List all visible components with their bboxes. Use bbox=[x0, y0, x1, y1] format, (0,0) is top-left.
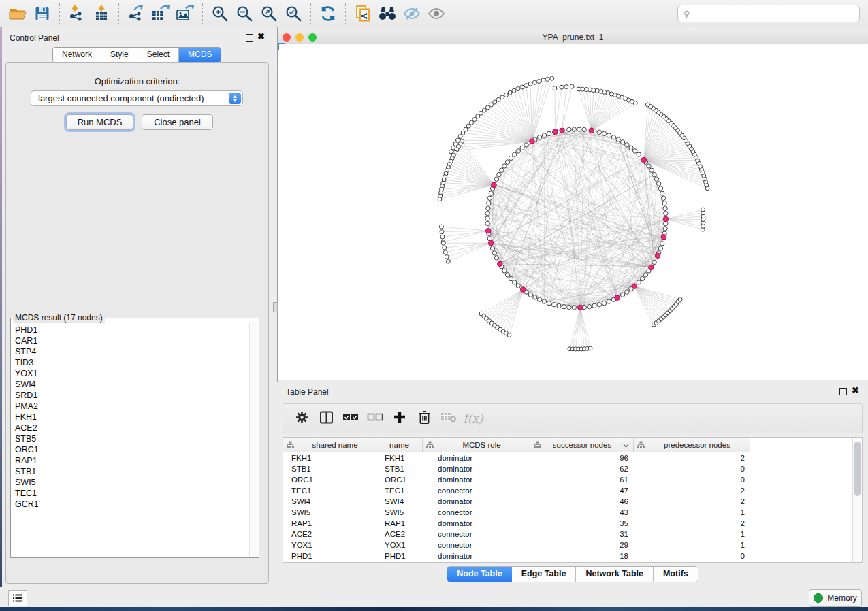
column-header-shared-name[interactable]: shared name bbox=[283, 438, 376, 452]
table-scrollbar-thumb[interactable] bbox=[854, 442, 861, 496]
show-all-button[interactable] bbox=[424, 3, 449, 24]
cell-predecessor-nodes: 1 bbox=[634, 508, 750, 516]
run-mcds-button[interactable]: Run MCDS bbox=[66, 114, 133, 130]
mcds-result-item[interactable]: SWI4 bbox=[12, 379, 249, 390]
find-icon bbox=[377, 5, 398, 22]
mcds-result-item[interactable]: PMA2 bbox=[12, 401, 249, 412]
network-canvas[interactable] bbox=[278, 44, 868, 380]
focus-corner-mark bbox=[278, 43, 285, 50]
tab-select[interactable]: Select bbox=[138, 48, 179, 62]
table-scrollbar[interactable] bbox=[852, 438, 862, 562]
mcds-result-item[interactable]: STP4 bbox=[12, 346, 249, 357]
cell-predecessor-nodes: 2 bbox=[634, 519, 750, 527]
column-header-successor-nodes[interactable]: successor nodes bbox=[530, 438, 634, 452]
export-image-button[interactable] bbox=[173, 3, 197, 24]
cell-successor-nodes: 31 bbox=[530, 530, 634, 538]
settings-button[interactable] bbox=[291, 408, 312, 429]
tab-motifs[interactable]: Motifs bbox=[654, 567, 698, 582]
tab-node-table[interactable]: Node Table bbox=[447, 567, 511, 582]
duplicate-network-button[interactable] bbox=[351, 3, 375, 24]
mcds-result-item[interactable]: PHD1 bbox=[12, 325, 249, 335]
refresh-button[interactable] bbox=[316, 3, 340, 24]
mcds-result-item[interactable]: YOX1 bbox=[12, 368, 249, 379]
export-network-icon bbox=[127, 5, 145, 22]
table-row[interactable]: STB1STB1dominator620 bbox=[283, 463, 862, 474]
select-all-columns-button[interactable] bbox=[340, 408, 361, 429]
optimization-criterion-select[interactable]: largest connected component (undirected) bbox=[31, 90, 243, 106]
open-button[interactable] bbox=[5, 3, 30, 24]
import-network-icon bbox=[68, 5, 86, 22]
import-table-button[interactable] bbox=[89, 3, 114, 24]
hide-selected-button[interactable] bbox=[400, 3, 424, 24]
search-icon: ⚲ bbox=[684, 10, 690, 18]
float-table-panel-icon[interactable] bbox=[839, 388, 847, 395]
zoom-in-button[interactable] bbox=[208, 3, 232, 24]
table-tabs-bar: Node TableEdge TableNetwork TableMotifs bbox=[277, 566, 868, 582]
unselect-all-columns-button[interactable] bbox=[365, 408, 385, 429]
mcds-result-item[interactable]: SRD1 bbox=[12, 390, 249, 401]
mcds-list-scrollbar[interactable] bbox=[249, 323, 258, 557]
search-input[interactable] bbox=[690, 8, 859, 19]
search-box[interactable]: ⚲ bbox=[677, 5, 860, 22]
splitter-collapse-handle[interactable] bbox=[273, 302, 278, 312]
network-window-titlebar[interactable]: YPA_prune.txt_1 bbox=[278, 31, 868, 44]
zoom-in-icon bbox=[211, 5, 229, 22]
mcds-result-item[interactable]: FKH1 bbox=[12, 412, 249, 423]
close-panel-button[interactable]: Close panel bbox=[142, 114, 213, 130]
table-row[interactable]: ACE2ACE2connector311 bbox=[283, 529, 862, 540]
close-table-panel-icon[interactable]: ✖ bbox=[852, 386, 859, 395]
zoom-fit-icon bbox=[260, 5, 278, 22]
table-row[interactable]: PHD1PHD1dominator180 bbox=[283, 550, 862, 561]
cell-MCDS-role: dominator bbox=[423, 519, 530, 527]
tab-network[interactable]: Network bbox=[53, 48, 101, 62]
mcds-result-item[interactable]: GCR1 bbox=[12, 499, 249, 510]
mcds-result-item[interactable]: SWI5 bbox=[12, 477, 249, 488]
tab-mcds[interactable]: MCDS bbox=[179, 48, 221, 62]
cell-predecessor-nodes: 2 bbox=[634, 454, 750, 462]
column-view-button[interactable] bbox=[316, 408, 336, 429]
table-row[interactable]: ORC1ORC1dominator610 bbox=[283, 474, 862, 485]
tab-style[interactable]: Style bbox=[101, 48, 138, 62]
cell-name: FKH1 bbox=[376, 454, 423, 462]
mcds-result-item[interactable]: TEC1 bbox=[12, 488, 249, 499]
find-button[interactable] bbox=[375, 3, 400, 24]
mcds-result-item[interactable]: CAR1 bbox=[12, 335, 249, 346]
mcds-result-item[interactable]: STB5 bbox=[12, 433, 249, 444]
cell-name: ACE2 bbox=[376, 530, 423, 538]
float-panel-icon[interactable] bbox=[246, 34, 253, 42]
cell-name: STB1 bbox=[376, 465, 423, 473]
zoom-selected-button[interactable] bbox=[281, 3, 306, 24]
table-row[interactable]: FKH1FKH1dominator962 bbox=[283, 452, 862, 463]
add-column-button[interactable] bbox=[389, 408, 410, 429]
column-header-name[interactable]: name bbox=[376, 438, 423, 452]
export-image-icon bbox=[176, 5, 195, 22]
delete-table-button bbox=[438, 408, 459, 429]
cell-successor-nodes: 47 bbox=[530, 486, 634, 495]
delete-column-button[interactable] bbox=[414, 408, 434, 429]
zoom-out-button[interactable] bbox=[232, 3, 257, 24]
tab-edge-table[interactable]: Edge Table bbox=[512, 567, 577, 582]
table-row[interactable]: TEC1TEC1connector472 bbox=[283, 485, 862, 496]
save-button[interactable] bbox=[30, 3, 54, 24]
delete-table-icon bbox=[440, 411, 457, 426]
show-panels-button[interactable] bbox=[8, 590, 27, 606]
mcds-result-item[interactable]: STB1 bbox=[12, 466, 249, 477]
close-panel-icon[interactable]: ✖ bbox=[257, 32, 265, 41]
tab-network-table[interactable]: Network Table bbox=[576, 567, 654, 582]
column-header-predecessor-nodes[interactable]: predecessor nodes bbox=[634, 438, 750, 452]
column-header-MCDS-role[interactable]: MCDS role bbox=[423, 438, 530, 452]
mcds-result-item[interactable]: ORC1 bbox=[12, 444, 249, 455]
mcds-result-item[interactable]: TID3 bbox=[12, 357, 249, 368]
mcds-result-item[interactable]: RAP1 bbox=[12, 455, 249, 466]
cell-shared-name: ACE2 bbox=[283, 530, 376, 538]
zoom-fit-button[interactable] bbox=[257, 3, 281, 24]
table-row[interactable]: YOX1YOX1connector291 bbox=[283, 540, 862, 550]
mcds-result-item[interactable]: ACE2 bbox=[12, 423, 249, 433]
memory-button[interactable]: Memory bbox=[809, 589, 862, 607]
export-table-button[interactable] bbox=[148, 3, 173, 24]
table-row[interactable]: RAP1RAP1dominator352 bbox=[283, 518, 862, 529]
export-network-button[interactable] bbox=[124, 3, 148, 24]
import-network-button[interactable] bbox=[65, 3, 89, 24]
table-row[interactable]: SWI5SWI5connector431 bbox=[283, 507, 862, 518]
table-row[interactable]: SWI4SWI4dominator462 bbox=[283, 496, 862, 507]
